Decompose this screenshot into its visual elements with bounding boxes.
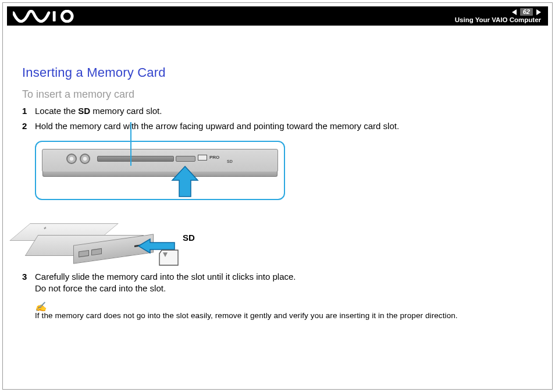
note-block: ✍ If the memory card does not go into th…: [35, 301, 538, 320]
callout-leader-line: [130, 122, 131, 166]
step-1: 1 Locate the SD memory card slot.: [22, 105, 538, 117]
insert-arrow-up-icon: [171, 165, 199, 198]
sd-slot: [176, 156, 195, 162]
audio-jack-icon: [80, 154, 90, 164]
steps-list-continued: 3 Carefully slide the memory card into t…: [22, 271, 538, 295]
laptop-icon: ✦: [31, 208, 148, 264]
steps-list: 1 Locate the SD memory card slot. 2 Hold…: [22, 105, 538, 133]
next-page-icon[interactable]: [536, 9, 541, 15]
step-number: 1: [22, 105, 35, 117]
closeup-frame: PRO SD: [35, 141, 285, 200]
page-content: Inserting a Memory Card To insert a memo…: [22, 65, 538, 320]
svg-marker-2: [172, 166, 198, 197]
step-number: 3: [22, 271, 35, 295]
audio-jack-icon: [66, 154, 77, 164]
illustration-block: PRO SD ✦: [35, 141, 285, 265]
header-bar: 62 Using Your VAIO Computer: [7, 6, 548, 26]
step-text: Locate the SD memory card slot.: [35, 105, 162, 117]
step-2: 2 Hold the memory card with the arrow fa…: [22, 120, 538, 132]
memorystick-slot: [97, 156, 174, 162]
sd-callout-label: SD: [183, 233, 195, 243]
page-number: 62: [520, 8, 533, 16]
svg-point-1: [62, 11, 72, 22]
page-heading: Inserting a Memory Card: [22, 65, 538, 80]
vaio-logo: [13, 6, 76, 26]
step-3: 3 Carefully slide the memory card into t…: [22, 271, 538, 295]
sd-card-icon: [158, 249, 179, 266]
step-text: Hold the memory card with the arrow faci…: [35, 120, 399, 132]
prev-page-icon[interactable]: [512, 9, 517, 15]
step-text: Carefully slide the memory card into the…: [35, 271, 296, 295]
step-number: 2: [22, 120, 35, 132]
pro-label: PRO: [198, 155, 219, 161]
header-right: 62 Using Your VAIO Computer: [455, 8, 541, 24]
sd-mark: SD: [227, 159, 233, 163]
svg-rect-0: [53, 11, 56, 22]
overview-illustration: ✦ SD: [35, 201, 285, 265]
page-subheading: To insert a memory card: [22, 88, 538, 101]
note-text: If the memory card does not go into the …: [35, 311, 458, 320]
svg-marker-4: [159, 250, 178, 265]
page-navigation: 62: [512, 8, 541, 16]
doc-section-title: Using Your VAIO Computer: [455, 17, 541, 24]
